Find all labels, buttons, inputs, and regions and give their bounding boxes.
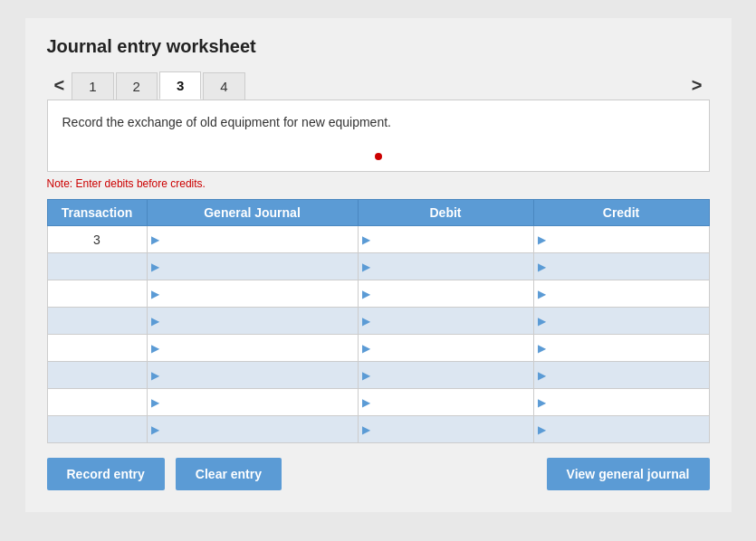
debit-arrow-icon: ▶ bbox=[359, 288, 374, 300]
general-journal-cell[interactable]: ▶ bbox=[147, 335, 358, 362]
general-journal-input[interactable] bbox=[163, 280, 358, 307]
credit-cell[interactable]: ▶ bbox=[533, 308, 709, 335]
credit-input[interactable] bbox=[550, 416, 709, 442]
general-journal-cell[interactable]: ▶ bbox=[147, 308, 358, 335]
debit-input[interactable] bbox=[374, 280, 533, 307]
row-arrow-icon: ▶ bbox=[148, 423, 163, 436]
table-row bbox=[47, 253, 147, 280]
general-journal-input[interactable] bbox=[163, 253, 358, 280]
credit-arrow-icon: ▶ bbox=[534, 342, 550, 355]
debit-arrow-icon: ▶ bbox=[359, 396, 374, 409]
general-journal-input[interactable] bbox=[163, 226, 358, 252]
next-nav-button[interactable]: > bbox=[684, 71, 710, 100]
general-journal-cell[interactable]: ▶ bbox=[147, 362, 358, 389]
journal-table: Transaction General Journal Debit Credit… bbox=[47, 199, 710, 443]
debit-input[interactable] bbox=[374, 308, 533, 334]
general-journal-cell[interactable]: ▶ bbox=[147, 416, 358, 443]
debit-arrow-icon: ▶ bbox=[359, 342, 374, 355]
record-entry-button[interactable]: Record entry bbox=[47, 458, 165, 490]
debit-cell[interactable]: ▶ bbox=[358, 308, 533, 335]
credit-input[interactable] bbox=[550, 308, 709, 334]
row-arrow-icon: ▶ bbox=[148, 315, 163, 327]
table-row bbox=[47, 416, 147, 443]
general-journal-input[interactable] bbox=[163, 362, 358, 388]
credit-cell[interactable]: ▶ bbox=[533, 416, 709, 443]
description-box: Record the exchange of old equipment for… bbox=[47, 100, 710, 172]
clear-entry-button[interactable]: Clear entry bbox=[176, 458, 282, 490]
credit-cell[interactable]: ▶ bbox=[533, 362, 709, 389]
debit-arrow-icon: ▶ bbox=[359, 315, 374, 327]
prev-nav-button[interactable]: < bbox=[47, 71, 72, 100]
credit-input[interactable] bbox=[550, 280, 709, 307]
debit-input[interactable] bbox=[374, 253, 533, 280]
debit-input[interactable] bbox=[374, 226, 533, 252]
col-general-journal: General Journal bbox=[147, 200, 358, 226]
credit-input[interactable] bbox=[550, 389, 709, 415]
table-row bbox=[47, 280, 147, 308]
credit-arrow-icon: ▶ bbox=[534, 423, 550, 436]
row-arrow-icon: ▶ bbox=[148, 233, 163, 246]
credit-cell[interactable]: ▶ bbox=[533, 335, 709, 362]
debit-input[interactable] bbox=[374, 416, 533, 442]
credit-cell[interactable]: ▶ bbox=[533, 280, 709, 308]
debit-input[interactable] bbox=[374, 335, 533, 361]
tab-2[interactable]: 2 bbox=[116, 72, 158, 100]
credit-cell[interactable]: ▶ bbox=[533, 226, 709, 253]
debit-cell[interactable]: ▶ bbox=[358, 253, 533, 280]
credit-arrow-icon: ▶ bbox=[534, 315, 550, 327]
row-arrow-icon: ▶ bbox=[148, 342, 163, 355]
note-text: Note: Enter debits before credits. bbox=[47, 177, 710, 190]
credit-input[interactable] bbox=[550, 226, 709, 252]
col-transaction: Transaction bbox=[47, 200, 147, 226]
general-journal-input[interactable] bbox=[163, 389, 358, 415]
table-row: 3 bbox=[47, 226, 147, 253]
credit-arrow-icon: ▶ bbox=[534, 369, 550, 382]
debit-cell[interactable]: ▶ bbox=[358, 362, 533, 389]
main-container: Journal entry worksheet < 1 2 3 4 > Reco… bbox=[25, 18, 732, 512]
view-general-journal-button[interactable]: View general journal bbox=[547, 458, 710, 490]
description-text: Record the exchange of old equipment for… bbox=[62, 115, 391, 129]
table-row bbox=[47, 389, 147, 416]
general-journal-input[interactable] bbox=[163, 308, 358, 334]
general-journal-input[interactable] bbox=[163, 416, 358, 442]
credit-cell[interactable]: ▶ bbox=[533, 253, 709, 280]
general-journal-cell[interactable]: ▶ bbox=[147, 226, 358, 253]
credit-arrow-icon: ▶ bbox=[534, 288, 550, 300]
row-arrow-icon: ▶ bbox=[148, 369, 163, 382]
tab-1[interactable]: 1 bbox=[72, 72, 113, 100]
debit-cell[interactable]: ▶ bbox=[358, 416, 533, 443]
debit-input[interactable] bbox=[374, 362, 533, 388]
row-arrow-icon: ▶ bbox=[148, 396, 163, 409]
description-indicator bbox=[375, 153, 382, 160]
credit-input[interactable] bbox=[550, 362, 709, 388]
debit-input[interactable] bbox=[374, 389, 533, 415]
tab-3[interactable]: 3 bbox=[159, 71, 201, 100]
table-row bbox=[47, 308, 147, 335]
credit-input[interactable] bbox=[550, 335, 709, 361]
col-credit: Credit bbox=[533, 200, 709, 226]
debit-cell[interactable]: ▶ bbox=[358, 335, 533, 362]
credit-arrow-icon: ▶ bbox=[534, 396, 550, 409]
debit-arrow-icon: ▶ bbox=[359, 261, 374, 273]
col-debit: Debit bbox=[358, 200, 533, 226]
credit-input[interactable] bbox=[550, 253, 709, 280]
table-row bbox=[47, 335, 147, 362]
general-journal-cell[interactable]: ▶ bbox=[147, 253, 358, 280]
page-title: Journal entry worksheet bbox=[47, 36, 710, 57]
general-journal-cell[interactable]: ▶ bbox=[147, 280, 358, 308]
debit-arrow-icon: ▶ bbox=[359, 369, 374, 382]
tab-4[interactable]: 4 bbox=[203, 72, 244, 100]
table-row bbox=[47, 362, 147, 389]
general-journal-input[interactable] bbox=[163, 335, 358, 361]
debit-cell[interactable]: ▶ bbox=[358, 226, 533, 253]
debit-arrow-icon: ▶ bbox=[359, 423, 374, 436]
row-arrow-icon: ▶ bbox=[148, 261, 163, 273]
credit-arrow-icon: ▶ bbox=[534, 233, 550, 246]
credit-cell[interactable]: ▶ bbox=[533, 389, 709, 416]
debit-arrow-icon: ▶ bbox=[359, 233, 374, 246]
debit-cell[interactable]: ▶ bbox=[358, 389, 533, 416]
credit-arrow-icon: ▶ bbox=[534, 261, 550, 273]
debit-cell[interactable]: ▶ bbox=[358, 280, 533, 308]
row-arrow-icon: ▶ bbox=[148, 288, 163, 300]
general-journal-cell[interactable]: ▶ bbox=[147, 389, 358, 416]
